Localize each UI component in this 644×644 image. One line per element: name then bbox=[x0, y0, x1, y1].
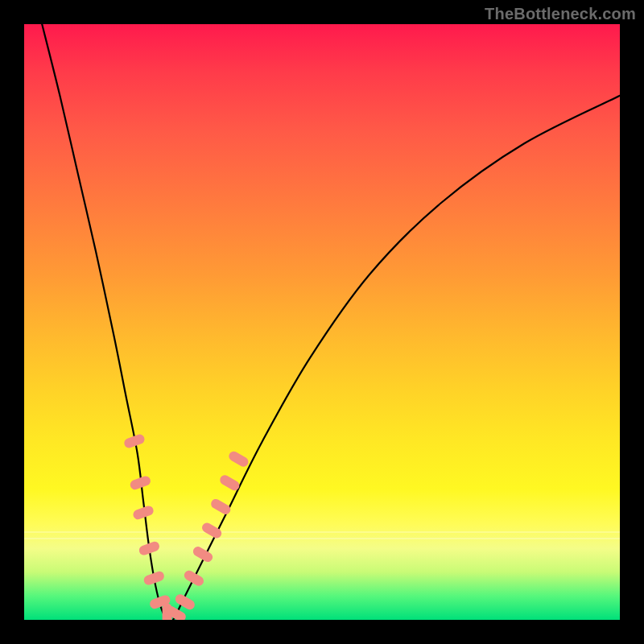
curve-marker bbox=[227, 450, 250, 469]
curve-marker bbox=[209, 497, 233, 516]
curve-group bbox=[42, 24, 620, 620]
bottleneck-curve bbox=[42, 24, 620, 620]
watermark-label: TheBottleneck.com bbox=[485, 5, 636, 23]
curve-marker bbox=[183, 569, 206, 588]
plot-area bbox=[24, 24, 620, 620]
curve-marker bbox=[200, 521, 224, 539]
curve-svg bbox=[24, 24, 620, 620]
curve-marker bbox=[142, 570, 166, 586]
chart-canvas: TheBottleneck.com bbox=[0, 0, 644, 644]
